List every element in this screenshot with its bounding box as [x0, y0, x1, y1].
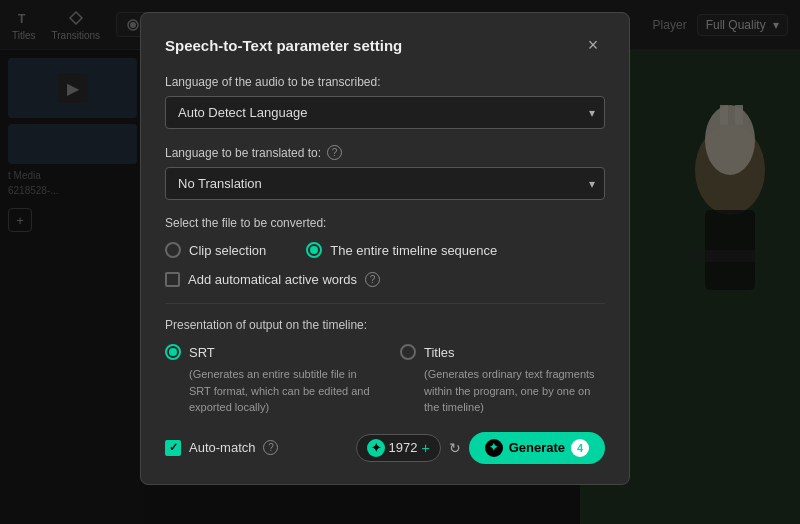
generate-icon: ✦ [485, 439, 503, 457]
entire-timeline-option[interactable]: The entire timeline sequence [306, 242, 497, 258]
coin-count: 1972 [389, 440, 418, 455]
dialog-title: Speech-to-Text parameter setting [165, 37, 402, 54]
clip-selection-radio[interactable] [165, 242, 181, 258]
srt-label: SRT [189, 345, 215, 360]
language-translate-label: Language to be translated to: [165, 146, 321, 160]
titles-desc: (Generates ordinary text fragments withi… [400, 366, 605, 416]
language-audio-select[interactable]: Auto Detect Language [165, 96, 605, 129]
srt-radio[interactable] [165, 344, 181, 360]
dialog-header: Speech-to-Text parameter setting × [165, 33, 605, 57]
language-audio-select-wrapper: Auto Detect Language ▾ [165, 96, 605, 129]
generate-button[interactable]: ✦ Generate 4 [469, 432, 605, 464]
language-audio-label: Language of the audio to be transcribed: [165, 75, 605, 89]
translate-label-row: Language to be translated to: ? [165, 145, 605, 160]
active-words-help-icon[interactable]: ? [365, 272, 380, 287]
active-words-checkbox[interactable] [165, 272, 180, 287]
entire-timeline-radio[interactable] [306, 242, 322, 258]
srt-header: SRT [165, 344, 370, 360]
titles-radio[interactable] [400, 344, 416, 360]
entire-timeline-label: The entire timeline sequence [330, 243, 497, 258]
titles-output-label: Titles [424, 345, 455, 360]
generate-label: Generate [509, 440, 565, 455]
titles-header: Titles [400, 344, 605, 360]
file-convert-label: Select the file to be converted: [165, 216, 605, 230]
coin-area: ✦ 1972 + [356, 434, 441, 462]
clip-selection-label: Clip selection [189, 243, 266, 258]
srt-option: SRT (Generates an entire subtitle file i… [165, 344, 370, 416]
output-options: SRT (Generates an entire subtitle file i… [165, 344, 605, 416]
active-words-label: Add automatical active words [188, 272, 357, 287]
coin-plus-icon[interactable]: + [421, 440, 429, 456]
presentation-section: Presentation of output on the timeline: … [165, 318, 605, 416]
titles-option: Titles (Generates ordinary text fragment… [400, 344, 605, 416]
language-translate-select-wrapper: No Translation ▾ [165, 167, 605, 200]
right-actions: ✦ 1972 + ↻ ✦ Generate 4 [356, 432, 605, 464]
srt-desc: (Generates an entire subtitle file in SR… [165, 366, 370, 416]
dialog-footer: ✓ Auto-match ? ✦ 1972 + ↻ ✦ Generate 4 [165, 432, 605, 464]
dialog-close-button[interactable]: × [581, 33, 605, 57]
auto-match-checkbox[interactable]: ✓ [165, 440, 181, 456]
speech-to-text-dialog: Speech-to-Text parameter setting × Langu… [140, 12, 630, 485]
close-icon: × [588, 35, 599, 56]
clip-selection-option[interactable]: Clip selection [165, 242, 266, 258]
auto-match-row: ✓ Auto-match ? [165, 440, 278, 456]
refresh-icon[interactable]: ↻ [449, 440, 461, 456]
coin-icon: ✦ [367, 439, 385, 457]
file-convert-options: Clip selection The entire timeline seque… [165, 242, 605, 258]
divider [165, 303, 605, 304]
checkmark-icon: ✓ [169, 441, 178, 454]
translate-help-icon[interactable]: ? [327, 145, 342, 160]
auto-match-label: Auto-match [189, 440, 255, 455]
generate-badge: 4 [571, 439, 589, 457]
language-translate-select[interactable]: No Translation [165, 167, 605, 200]
presentation-label: Presentation of output on the timeline: [165, 318, 605, 332]
auto-match-help-icon[interactable]: ? [263, 440, 278, 455]
active-words-row: Add automatical active words ? [165, 272, 605, 287]
